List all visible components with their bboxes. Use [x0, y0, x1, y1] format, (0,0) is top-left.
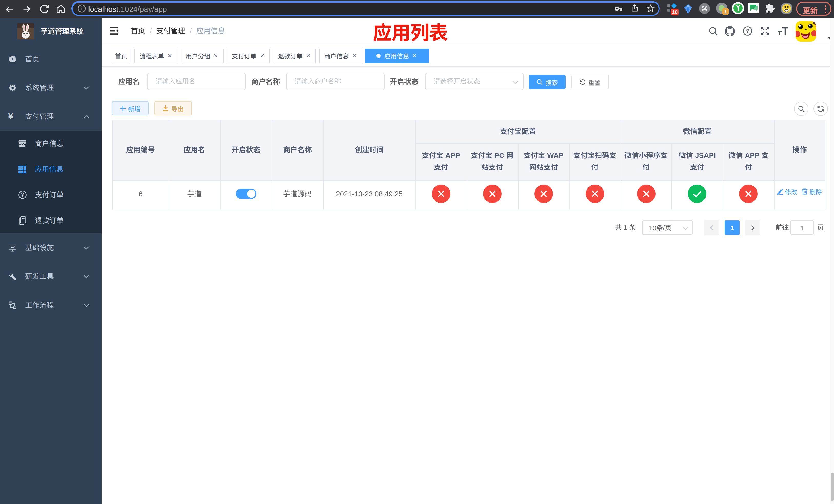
- svg-text:?: ?: [746, 28, 749, 35]
- svg-text:¥: ¥: [21, 192, 24, 198]
- svg-text:10: 10: [672, 9, 678, 15]
